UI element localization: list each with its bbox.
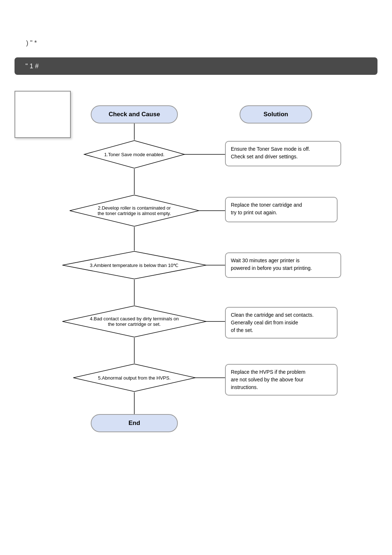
svg-marker-13 [62,251,206,279]
diamond-4: 4.Bad contact caused by dirty terminals … [62,305,207,338]
svg-marker-15 [73,364,195,392]
solution-pill: Solution [240,105,312,123]
diamond-5: 5.Abnormal output from the HVPS. [73,363,196,392]
svg-marker-12 [70,195,199,226]
svg-marker-11 [84,141,184,168]
solution-4-text: Clean the cartridge and set contacts.Gen… [231,312,314,333]
end-pill: End [91,414,178,432]
end-label: End [128,420,140,427]
flowchart-area: Check and Cause Solution 1.Toner Save mo… [15,87,377,519]
header-bar: " 1 # [15,57,377,75]
thumbnail-box [15,91,71,138]
solution-3-text: Wait 30 minutes ager printer ispowered i… [231,258,312,271]
header-text: " 1 # [25,62,38,70]
solution-box-5: Replace the HVPS if the problemare not s… [225,364,338,396]
check-cause-pill: Check and Cause [91,105,178,123]
solution-5-text: Replace the HVPS if the problemare not s… [231,369,305,390]
solution-1-text: Ensure the Toner Save mode is off.Check … [231,146,310,159]
solution-box-2: Replace the toner cartridge andtry to pr… [225,197,338,222]
solution-box-4: Clean the cartridge and set contacts.Gen… [225,307,338,339]
svg-marker-14 [62,306,206,337]
solution-label: Solution [264,111,288,118]
diamond-3: 3.Ambient temperature is below than 10℃ [62,251,207,280]
solution-2-text: Replace the toner cartridge andtry to pr… [231,202,302,215]
diamond-1: 1.Toner Save mode enabled. [83,140,185,169]
solution-box-1: Ensure the Toner Save mode is off.Check … [225,141,341,166]
solution-box-3: Wait 30 minutes ager printer ispowered i… [225,252,341,278]
diamond-2: 2.Develop roller is contaminated orthe t… [69,194,200,227]
check-cause-label: Check and Cause [109,111,160,118]
top-label: ) " * [26,39,37,47]
